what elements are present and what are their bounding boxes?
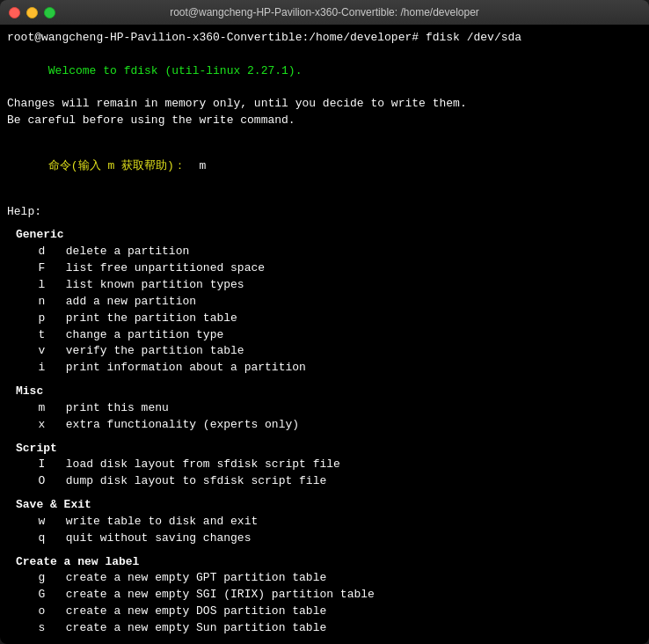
window-title: root@wangcheng-HP-Pavilion-x360-Converti… [170,6,479,18]
terminal-window: root@wangcheng-HP-Pavilion-x360-Converti… [0,0,649,644]
create-label-header: Create a new label [7,554,642,571]
generic-item-t: t change a partition type [7,327,642,344]
misc-item-m: m print this menu [7,400,642,417]
help-label: Help: [7,204,642,221]
generic-item-p: p print the partition table [7,311,642,327]
blank-line-6 [7,490,642,497]
initial-prompt-line: root@wangcheng-HP-Pavilion-x360-Converti… [7,30,642,47]
generic-item-n: n add a new partition [7,294,642,311]
generic-item-F: F list free unpartitioned space [7,260,642,277]
titlebar: root@wangcheng-HP-Pavilion-x360-Converti… [0,0,649,25]
generic-item-v: v verify the partition table [7,343,642,360]
minimize-button[interactable] [26,7,38,18]
misc-item-x: x extra functionality (experts only) [7,417,642,434]
create-item-s: s create a new empty Sun partition table [7,620,642,637]
script-header: Script [7,441,642,457]
blank-line-8 [7,637,642,644]
misc-header: Misc [7,384,642,400]
create-item-o: o create a new empty DOS partition table [7,604,642,620]
welcome-line2: Changes will remain in memory only, unti… [7,96,642,113]
blank-line-1 [7,129,642,142]
save-exit-header: Save & Exit [7,497,642,514]
generic-item-l: l list known partition types [7,277,642,294]
create-item-g: g create a new empty GPT partition table [7,570,642,587]
command-prompt1-line: 命令(输入 m 获取帮助)： m [7,142,642,192]
generic-header: Generic [7,227,642,244]
generic-item-i: i print information about a partition [7,360,642,377]
welcome-line3: Be careful before using the write comman… [7,113,642,129]
script-item-O: O dump disk layout to sfdisk script file [7,473,642,490]
generic-item-d: d delete a partition [7,244,642,260]
blank-line-4 [7,377,642,384]
maximize-button[interactable] [44,7,55,18]
create-item-G: G create a new empty SGI (IRIX) partitio… [7,587,642,604]
script-item-I: I load disk layout from sfdisk script fi… [7,457,642,473]
save-item-q: q quit without saving changes [7,531,642,547]
blank-line-7 [7,547,642,554]
traffic-lights [9,7,55,18]
save-item-w: w write table to disk and exit [7,514,642,531]
welcome-line1: Welcome to fdisk (util-linux 2.27.1). [7,47,642,97]
blank-line-2 [7,192,642,204]
blank-line-3 [7,220,642,227]
terminal-body[interactable]: root@wangcheng-HP-Pavilion-x360-Converti… [0,25,649,644]
blank-line-5 [7,434,642,441]
close-button[interactable] [9,7,20,18]
